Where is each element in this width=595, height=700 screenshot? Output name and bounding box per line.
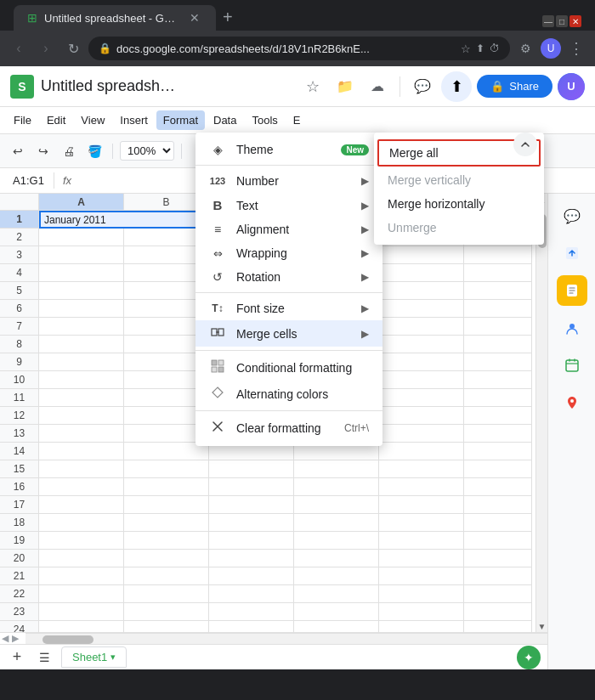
row-header-22[interactable]: 22 <box>0 585 39 603</box>
address-bar[interactable]: 🔒 docs.google.com/spreadsheets/d/18V1nR2… <box>88 37 510 60</box>
profile-icon[interactable]: U <box>539 37 563 60</box>
present-icon[interactable]: ⬆ <box>441 71 472 102</box>
bookmark-icon: ☆ <box>461 42 471 55</box>
col-header-A[interactable]: A <box>39 194 124 211</box>
explore-button[interactable]: ✦ <box>517 646 541 669</box>
star-icon[interactable]: ☆ <box>299 73 326 100</box>
menu-item-mergecells[interactable]: Merge cells ▶ <box>196 320 382 347</box>
zoom-selector[interactable]: 100% <box>120 141 174 161</box>
table-row: 17 <box>0 496 536 514</box>
menu-item-clearformat[interactable]: Clear formatting Ctrl+\ <box>196 415 382 441</box>
row-header-2[interactable]: 2 <box>0 229 39 246</box>
cell-A1[interactable]: January 2011 <box>39 211 209 229</box>
add-sheet-button[interactable]: + <box>7 647 27 668</box>
menu-item-alignment[interactable]: ≡ Alignment ▶ <box>196 217 382 241</box>
scroll-left-button[interactable]: ◀ <box>0 633 10 644</box>
comments-icon[interactable]: 💬 <box>557 200 587 231</box>
row-header-10[interactable]: 10 <box>0 371 39 389</box>
collapse-menu-button[interactable] <box>513 133 537 156</box>
cell-A3[interactable] <box>39 246 124 264</box>
upload-icon[interactable] <box>557 238 587 268</box>
contacts-icon[interactable] <box>557 313 587 343</box>
menu-divider-3 <box>196 350 382 351</box>
menu-file[interactable]: File <box>7 110 38 130</box>
row-header-11[interactable]: 11 <box>0 389 39 407</box>
menu-item-number[interactable]: 123 Number ▶ <box>196 169 382 193</box>
active-tab[interactable]: ⊞ Untitled spreadsheet - Google S… ✕ <box>14 5 216 31</box>
row-header-20[interactable]: 20 <box>0 550 39 567</box>
menu-item-theme[interactable]: ◈ Theme New <box>196 138 382 161</box>
menu-item-fontsize[interactable]: T↕ Font size ▶ <box>196 296 382 320</box>
row-header-14[interactable]: 14 <box>0 443 39 460</box>
horizontal-scrollbar[interactable] <box>26 633 547 645</box>
row-header-5[interactable]: 5 <box>0 282 39 300</box>
forward-button[interactable]: › <box>34 37 58 60</box>
h-scroll-thumb[interactable] <box>42 635 94 644</box>
row-header-7[interactable]: 7 <box>0 318 39 336</box>
menu-insert[interactable]: Insert <box>113 110 155 130</box>
menu-item-rotation[interactable]: ↺ Rotation ▶ <box>196 265 382 289</box>
minimize-button[interactable]: — <box>542 15 554 27</box>
redo-button[interactable]: ↪ <box>32 140 54 162</box>
comment-icon[interactable]: 💬 <box>409 73 436 100</box>
file-title[interactable]: Untitled spreadsh… <box>41 77 292 95</box>
cell-reference[interactable]: A1:G1 <box>3 172 54 189</box>
row-header-24[interactable]: 24 <box>0 621 39 632</box>
share-button[interactable]: 🔒 Share <box>477 75 552 98</box>
cell-F3[interactable] <box>464 246 532 264</box>
menu-item-alternating[interactable]: Alternating colors <box>196 381 382 407</box>
row-header-16[interactable]: 16 <box>0 478 39 496</box>
row-header-21[interactable]: 21 <box>0 567 39 585</box>
row-header-3[interactable]: 3 <box>0 246 39 264</box>
cell-A2[interactable] <box>39 229 124 246</box>
header-icons: ☆ 📁 ☁ 💬 ⬆ 🔒 Share U <box>299 71 585 102</box>
row-header-15[interactable]: 15 <box>0 460 39 478</box>
tab-close-button[interactable]: ✕ <box>187 10 202 25</box>
cell-E3[interactable] <box>379 246 464 264</box>
menu-item-wrapping[interactable]: ⇔ Wrapping ▶ <box>196 241 382 265</box>
cloud-save-icon[interactable]: ☁ <box>364 73 391 100</box>
row-header-17[interactable]: 17 <box>0 496 39 514</box>
undo-button[interactable]: ↩ <box>7 140 29 162</box>
menu-item-conditional[interactable]: Conditional formatting <box>196 354 382 381</box>
h-scroll-track[interactable] <box>26 634 547 645</box>
move-icon[interactable]: 📁 <box>332 73 359 100</box>
scroll-track[interactable] <box>536 206 547 620</box>
reload-button[interactable]: ↻ <box>61 37 85 60</box>
menu-extensions[interactable]: E <box>286 110 308 130</box>
menu-format[interactable]: Format <box>156 110 205 130</box>
row-header-23[interactable]: 23 <box>0 603 39 621</box>
vertical-scrollbar[interactable]: ▲ ▼ <box>536 194 547 632</box>
sheet1-tab[interactable]: Sheet1 ▾ <box>61 646 127 668</box>
print-button[interactable]: 🖨 <box>58 140 80 162</box>
calendar-icon[interactable] <box>557 350 587 381</box>
row-header-8[interactable]: 8 <box>0 336 39 353</box>
row-header-1[interactable]: 1 <box>0 211 39 229</box>
paint-format-button[interactable]: 🪣 <box>83 140 105 162</box>
menu-edit[interactable]: Edit <box>40 110 72 130</box>
back-button[interactable]: ‹ <box>7 37 31 60</box>
menu-item-text[interactable]: B Text ▶ <box>196 193 382 217</box>
merge-horizontally-item[interactable]: Merge horizontally <box>374 192 544 216</box>
maximize-button[interactable]: □ <box>556 15 568 27</box>
row-header-12[interactable]: 12 <box>0 407 39 425</box>
row-header-6[interactable]: 6 <box>0 300 39 318</box>
extensions-icon[interactable]: ⚙ <box>513 37 537 60</box>
row-header-9[interactable]: 9 <box>0 353 39 371</box>
maps-icon[interactable] <box>557 387 587 418</box>
row-header-18[interactable]: 18 <box>0 514 39 532</box>
user-avatar[interactable]: U <box>558 73 585 100</box>
close-button[interactable]: ✕ <box>570 15 581 27</box>
google-keep-icon[interactable] <box>557 275 587 306</box>
menu-data[interactable]: Data <box>207 110 243 130</box>
scroll-down-button[interactable]: ▼ <box>536 620 547 632</box>
menu-view[interactable]: View <box>74 110 111 130</box>
menu-tools[interactable]: Tools <box>245 110 284 130</box>
more-menu-icon[interactable]: ⋮ <box>564 37 588 60</box>
row-header-19[interactable]: 19 <box>0 532 39 550</box>
scroll-right-button[interactable]: ▶ <box>10 633 20 644</box>
row-header-4[interactable]: 4 <box>0 264 39 282</box>
sheet-list-button[interactable]: ☰ <box>34 647 54 668</box>
new-tab-button[interactable]: + <box>216 8 240 27</box>
row-header-13[interactable]: 13 <box>0 425 39 443</box>
